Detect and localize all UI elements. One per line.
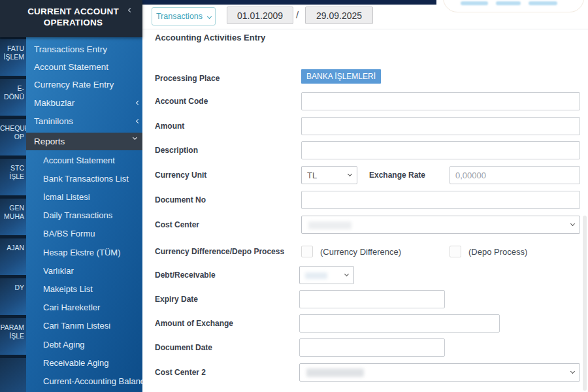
chevron-down-icon xyxy=(133,135,137,140)
form-row-amount: Amount xyxy=(142,117,588,135)
chevron-down-icon xyxy=(348,172,352,176)
description-input[interactable] xyxy=(301,141,580,159)
expiry-date-input[interactable] xyxy=(299,290,445,308)
form-row-debt-receivable: Debt/Receivable xyxy=(142,266,588,284)
rail-item-cheque-op[interactable]: CHEQUE OP xyxy=(0,119,26,155)
document-no-input[interactable] xyxy=(301,191,580,209)
rail-item-dy[interactable]: DY xyxy=(0,278,26,315)
form-row-account-code: Account Code xyxy=(142,92,588,110)
subitem-account-statement[interactable]: Account Statement xyxy=(43,154,142,167)
current-account-menu: Transactions Entry Account Statement Cur… xyxy=(26,37,142,392)
form-row-description: Description xyxy=(142,141,588,159)
subitem-current-accounting-balance[interactable]: Current-Accounting Balanc xyxy=(43,374,142,387)
rail-item-ajan[interactable]: AJAN xyxy=(0,238,26,275)
transactions-module-button[interactable]: Transactions xyxy=(152,7,216,25)
rail-item-param-isle[interactable]: PARAM İŞLE xyxy=(0,318,26,355)
amount-of-exchange-input[interactable] xyxy=(299,314,500,333)
cost-center-2-label: Cost Center 2 xyxy=(155,368,206,377)
form-row-amount-of-exchange: Amount of Exchange xyxy=(142,314,588,333)
menu-item-reports-selected[interactable]: Reports xyxy=(26,133,142,150)
amount-input[interactable] xyxy=(301,117,580,135)
document-no-label: Document No xyxy=(155,195,206,204)
sidebar: CURRENT ACCOUNT OPERATIONS FATU İŞLEM E-… xyxy=(0,0,142,392)
collapse-sidebar-icon[interactable] xyxy=(129,3,137,10)
menu-item-currency-rate-entry[interactable]: Currency Rate Entry xyxy=(34,78,140,91)
menu-item-transactions-entry[interactable]: Transactions Entry xyxy=(34,42,140,56)
rail-item-fatu-islem[interactable]: FATU İŞLEM xyxy=(0,39,26,76)
processing-place-value[interactable]: BANKA İŞLEMLERİ xyxy=(301,69,381,84)
exchange-rate-input[interactable] xyxy=(449,166,580,184)
expiry-date-label: Expiry Date xyxy=(155,295,198,304)
exchange-rate-label: Exchange Rate xyxy=(369,171,425,180)
currency-difference-checkbox-label: (Currency Difference) xyxy=(320,247,401,257)
form-row-document-no: Document No xyxy=(142,191,588,209)
depo-process-checkbox[interactable] xyxy=(449,246,461,257)
chevron-left-icon xyxy=(136,100,140,105)
amount-label: Amount xyxy=(155,122,184,131)
date-from-input[interactable] xyxy=(227,7,293,24)
toolbar-glyph-fragment xyxy=(496,1,521,5)
date-range-separator: / xyxy=(296,9,299,20)
subitem-daily-transactions[interactable]: Daily Transactions xyxy=(43,209,142,222)
subitem-cari-tanim-listesi[interactable]: Cari Tanım Listesi xyxy=(43,319,142,333)
account-code-input[interactable] xyxy=(301,92,580,110)
blurred-text-artifact xyxy=(305,272,327,279)
module-rail: FATU İŞLEM E-DÖNÜ CHEQUE OP STC İŞLE GEN… xyxy=(0,37,26,392)
rail-item-stc-isle[interactable]: STC İŞLE xyxy=(0,159,26,195)
cost-center-2-select[interactable] xyxy=(299,363,580,382)
currency-unit-label: Currency Unit xyxy=(155,171,206,180)
form-row-processing-place: Processing Place BANKA İŞLEMLERİ xyxy=(142,69,588,88)
form-row-cost-center: Cost Center xyxy=(142,216,588,234)
document-date-label: Document Date xyxy=(155,343,212,352)
depo-process-checkbox-label: (Depo Process) xyxy=(468,247,527,257)
amount-of-exchange-label: Amount of Exchange xyxy=(155,319,233,328)
cost-center-label: Cost Center xyxy=(155,220,199,229)
rail-filler-tile xyxy=(0,358,26,392)
debt-receivable-select[interactable] xyxy=(299,266,354,284)
document-date-input[interactable] xyxy=(299,338,445,357)
processing-place-label: Processing Place xyxy=(155,74,220,83)
toolbar-glyph-fragment xyxy=(461,1,488,5)
form-row-expiry-date: Expiry Date xyxy=(142,290,588,308)
topbar-divider xyxy=(142,29,588,29)
subitem-receivable-aging[interactable]: Receivable Aging xyxy=(43,356,142,369)
subitem-cari-hareketler[interactable]: Cari Hareketler xyxy=(43,301,142,314)
chevron-down-icon xyxy=(570,221,575,226)
form-row-cost-center-2: Cost Center 2 xyxy=(142,363,588,382)
topright-toolbar-card xyxy=(443,0,584,12)
form-row-document-date: Document Date xyxy=(142,338,588,357)
subitem-ba-bs-formu[interactable]: BA/BS Formu xyxy=(43,227,142,240)
currency-unit-select[interactable]: TL xyxy=(301,166,357,184)
app-window: Transactions / Accounting Activities Ent… xyxy=(0,0,588,392)
subitem-hesap-ekstre-tum[interactable]: Hesap Ekstre (TÜM) xyxy=(43,246,142,259)
subitem-bank-transactions-list[interactable]: Bank Transactions List xyxy=(43,172,142,185)
rail-item-gen-muha[interactable]: GEN MUHA xyxy=(0,199,26,235)
vertical-scrollbar[interactable] xyxy=(583,216,587,391)
cost-center-select[interactable] xyxy=(301,216,580,234)
blurred-text-artifact xyxy=(306,368,364,377)
toolbar-glyph-fragment xyxy=(529,1,557,5)
subitem-makeipts-list[interactable]: Makeipts List xyxy=(43,282,142,295)
chevron-left-icon xyxy=(136,118,140,123)
top-navy-strip xyxy=(142,0,436,5)
menu-item-account-statement[interactable]: Account Statement xyxy=(34,60,140,73)
menu-item-taninilons[interactable]: Taninilons xyxy=(34,114,140,127)
subitem-icmal-listesi[interactable]: İcmal Listesi xyxy=(43,190,142,203)
blurred-text-artifact xyxy=(308,221,351,229)
debt-receivable-label: Debt/Receivable xyxy=(155,270,216,280)
chevron-down-icon xyxy=(344,272,349,276)
sidebar-header: CURRENT ACCOUNT OPERATIONS xyxy=(0,0,142,37)
main-content: Transactions / Accounting Activities Ent… xyxy=(142,0,588,392)
sidebar-title: CURRENT ACCOUNT OPERATIONS xyxy=(20,6,127,28)
date-to-input[interactable] xyxy=(305,7,373,24)
form-row-currency-difference: Currency Difference/Depo Process (Curren… xyxy=(142,242,588,261)
subitem-varliklar[interactable]: Varlıklar xyxy=(43,264,142,277)
menu-item-makbuzlar[interactable]: Makbuzlar xyxy=(34,96,140,109)
rail-item-e-donu[interactable]: E-DÖNÜ xyxy=(0,79,26,116)
currency-unit-value: TL xyxy=(307,171,317,180)
currency-difference-checkbox[interactable] xyxy=(301,246,313,257)
chevron-down-icon xyxy=(207,14,212,18)
page-title: Accounting Activities Entry xyxy=(155,33,265,42)
subitem-debt-aging[interactable]: Debt Aging xyxy=(43,338,142,351)
currency-difference-row-label: Currency Difference/Depo Process xyxy=(155,247,284,256)
